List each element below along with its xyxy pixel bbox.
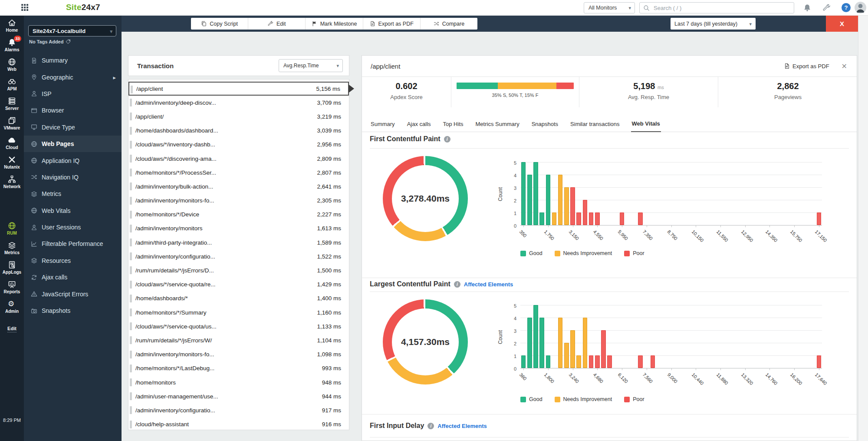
legend-item-needs-improvement[interactable]: Needs Improvement: [555, 250, 612, 256]
sidebar-item-home[interactable]: Home: [0, 16, 24, 35]
sidebar-item-applogs[interactable]: AppLogs: [0, 258, 24, 277]
nav-item-user-sessions[interactable]: User Sessions: [24, 219, 122, 235]
transaction-row[interactable]: /home/monitors/*/Device2,227 ms: [128, 208, 349, 222]
date-range-dropdown[interactable]: Last 7 days (till yesterday): [671, 18, 756, 30]
transaction-row[interactable]: /home/monitors/*/Summary1,160 ms: [128, 305, 349, 319]
transaction-row[interactable]: /admin/inventory/deep-discov...3,709 ms: [128, 96, 349, 109]
tags-row[interactable]: No Tags Added: [29, 39, 71, 44]
search-input[interactable]: [653, 4, 790, 12]
nav-item-javascript-errors[interactable]: JavaScript Errors: [24, 285, 122, 302]
nav-item-web-pages[interactable]: Web Pages: [24, 136, 122, 152]
transaction-row[interactable]: /cloud/aws/*/service-quota/re...1,429 ms: [128, 278, 349, 292]
info-icon[interactable]: [454, 281, 460, 288]
sort-by-dropdown[interactable]: Avg.Resp.Time: [279, 59, 343, 72]
compare-button[interactable]: Compare: [420, 18, 477, 30]
transaction-row[interactable]: /admin/inventory/bulk-action...2,641 ms: [128, 179, 349, 193]
resp-time-stat: 5,198 ms Avg. Resp. Time: [579, 77, 718, 107]
transaction-row[interactable]: /admin/inventory/monitors-fo...1,098 ms: [128, 348, 349, 361]
transaction-row[interactable]: /admin/inventory/monitors-fo...2,305 ms: [128, 194, 349, 208]
tools-wrench-icon[interactable]: [823, 4, 831, 12]
tab-metrics-summary[interactable]: Metrics Summary: [475, 121, 520, 132]
transaction-row[interactable]: /home/monitors948 ms: [128, 375, 349, 389]
tab-web-vitals[interactable]: Web Vitals: [631, 120, 661, 132]
export-as-pdf-button[interactable]: Export as PDF: [363, 18, 420, 30]
legend-item-good[interactable]: Good: [520, 396, 542, 402]
transaction-row[interactable]: /rum/rum/details/*/jsErrors/D...1,500 ms: [128, 263, 349, 277]
sidebar-item-web[interactable]: Web: [0, 55, 24, 74]
all-monitors-dropdown[interactable]: All Monitors: [584, 2, 635, 13]
transaction-row[interactable]: /home/monitors/*/LastDebug...993 ms: [128, 361, 349, 375]
tab-similar-transactions[interactable]: Similar transactions: [569, 121, 620, 132]
app-grid-icon[interactable]: [21, 3, 29, 12]
transaction-row[interactable]: /admin/user-management/use...944 ms: [128, 389, 349, 403]
sidebar-item-rum[interactable]: RUM: [0, 219, 24, 238]
transaction-row[interactable]: /admin/inventory/configuratio...917 ms: [128, 403, 349, 417]
legend-item-needs-improvement[interactable]: Needs Improvement: [555, 396, 612, 402]
legend-swatch: [555, 251, 560, 256]
info-icon[interactable]: [444, 136, 450, 143]
transaction-row[interactable]: /cloud/help-assistant916 ms: [128, 418, 349, 431]
transaction-row[interactable]: /app/client5,156 ms: [128, 82, 349, 96]
mark-milestone-button[interactable]: Mark Milestone: [305, 18, 362, 30]
global-search[interactable]: [639, 2, 794, 13]
legend-item-poor[interactable]: Poor: [624, 396, 644, 402]
nav-item-geographic[interactable]: Geographic: [24, 69, 122, 85]
transaction-row[interactable]: /home/monitors/*/ProcessSer...2,807 ms: [128, 166, 349, 179]
edit-button[interactable]: Edit: [248, 18, 305, 30]
sidebar-item-admin[interactable]: ⚙Admin: [0, 297, 24, 316]
nav-item-application-iq[interactable]: Application IQ: [24, 152, 122, 169]
legend-item-poor[interactable]: Poor: [624, 250, 644, 256]
sidebar-item-metrics[interactable]: Metrics: [0, 238, 24, 258]
sidebar-item-nutanix[interactable]: Nutanix: [0, 153, 24, 172]
nav-item-navigation-iq[interactable]: Navigation IQ: [24, 169, 122, 186]
layers-icon: [8, 241, 16, 249]
export-pdf-button[interactable]: Export as PDF: [784, 63, 829, 70]
transaction-row[interactable]: /app/client/3,219 ms: [128, 109, 349, 123]
sidebar-item-server[interactable]: Server: [0, 94, 24, 113]
transaction-row[interactable]: /admin/third-party-integratio...1,589 ms: [128, 235, 349, 249]
sidebar-item-network[interactable]: Network: [0, 172, 24, 192]
sidebar-item-cloud[interactable]: Cloud: [0, 133, 24, 153]
row-tick-mark: [130, 365, 132, 372]
transaction-row[interactable]: /cloud/aws/*/discovering-ama...2,809 ms: [128, 152, 349, 166]
nav-item-metrics[interactable]: Metrics: [24, 186, 122, 202]
sidebar-item-apm[interactable]: APM: [0, 74, 24, 94]
close-icon[interactable]: [842, 62, 847, 70]
tab-snapshots[interactable]: Snapshots: [531, 121, 559, 132]
sidebar-item-edit[interactable]: Edit: [0, 322, 24, 335]
scroll-gutter[interactable]: [858, 16, 868, 441]
fid-affected-elements-link[interactable]: Affected Elements: [437, 423, 487, 429]
info-icon[interactable]: [427, 423, 434, 429]
user-avatar[interactable]: [855, 2, 866, 13]
transaction-row[interactable]: /admin/inventory/monitors1,613 ms: [128, 222, 349, 235]
lcp-affected-elements-link[interactable]: Affected Elements: [464, 281, 513, 288]
nav-item-ajax-calls[interactable]: Ajax calls: [24, 269, 122, 285]
tab-top-hits[interactable]: Top Hits: [442, 121, 464, 132]
transaction-row[interactable]: /cloud/aws/*/service-quota/us...1,133 ms: [128, 319, 349, 333]
nav-item-browser[interactable]: Browser: [24, 102, 122, 119]
nav-item-device-type[interactable]: Device Type: [24, 119, 122, 136]
sidebar-item-alarms[interactable]: 33Alarms: [0, 35, 24, 55]
sidebar-item-reports[interactable]: Reports: [0, 277, 24, 297]
tab-summary[interactable]: Summary: [370, 121, 396, 132]
close-panel-button[interactable]: X: [826, 16, 858, 32]
help-icon[interactable]: ?: [842, 3, 851, 12]
nav-item-filterable-performance[interactable]: Filterable Performance: [24, 235, 122, 252]
transaction-row[interactable]: /home/dashboards/dashboard...3,039 ms: [128, 124, 349, 138]
transaction-row[interactable]: /admin/inventory/configuratio...1,522 ms: [128, 249, 349, 263]
transaction-row[interactable]: /cloud/aws/*/inventory-dashb...2,956 ms: [128, 138, 349, 152]
transaction-row[interactable]: /rum/rum/details/*/jsErrors/W/1,104 ms: [128, 333, 349, 347]
copy-script-button[interactable]: Copy Script: [191, 18, 248, 30]
nav-item-snapshots[interactable]: Snapshots: [24, 302, 122, 319]
legend-item-good[interactable]: Good: [520, 250, 542, 256]
nav-item-isp[interactable]: ISP: [24, 86, 122, 102]
nav-item-summary[interactable]: Summary: [24, 52, 122, 69]
monitor-selector-dropdown[interactable]: Site24x7-Localbuild: [28, 25, 116, 36]
nav-item-web-vitals[interactable]: Web Vitals: [24, 202, 122, 219]
transaction-row[interactable]: /home/dashboards/*1,400 ms: [128, 292, 349, 305]
tab-ajax-calls[interactable]: Ajax calls: [406, 121, 432, 132]
sidebar-item-vmware[interactable]: VMware: [0, 113, 24, 133]
legend-swatch: [624, 397, 630, 402]
notifications-bell-icon[interactable]: [803, 4, 811, 12]
nav-item-resources[interactable]: Resources: [24, 252, 122, 269]
